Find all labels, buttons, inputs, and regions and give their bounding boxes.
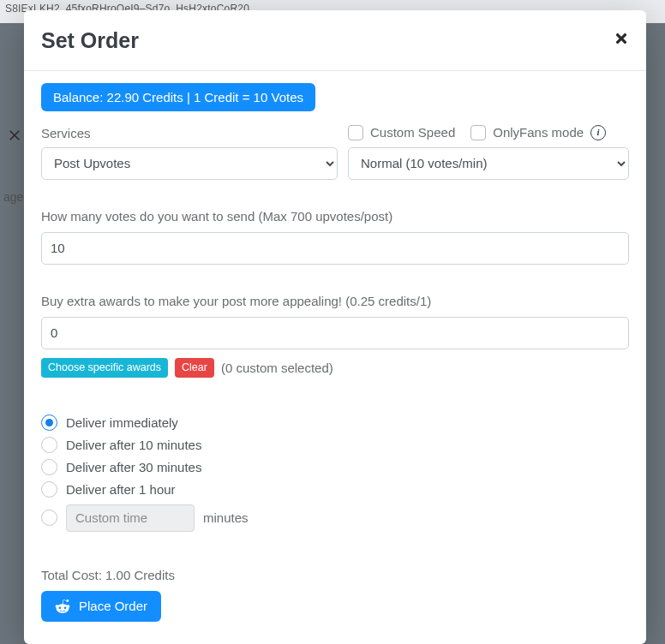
info-icon[interactable]: i bbox=[590, 125, 606, 140]
checkbox-icon bbox=[348, 125, 363, 140]
radio-label: Deliver immediately bbox=[66, 415, 178, 430]
awards-count-input[interactable] bbox=[41, 317, 629, 349]
place-order-label: Place Order bbox=[79, 599, 147, 613]
votes-count-input[interactable] bbox=[41, 232, 629, 265]
custom-selected-count: (0 custom selected) bbox=[221, 361, 333, 375]
deliver-immediately-radio[interactable]: Deliver immediately bbox=[41, 412, 629, 434]
radio-icon bbox=[41, 481, 57, 498]
onlyfans-label: OnlyFans mode bbox=[493, 125, 584, 140]
deliver-30min-radio[interactable]: Deliver after 30 minutes bbox=[41, 456, 629, 479]
deliver-10min-radio[interactable]: Deliver after 10 minutes bbox=[41, 434, 629, 456]
radio-icon bbox=[41, 437, 57, 453]
services-select[interactable]: Post Upvotes bbox=[41, 147, 338, 180]
speed-select[interactable]: Normal (10 votes/min) bbox=[348, 147, 629, 180]
choose-specific-awards-button[interactable]: Choose specific awards bbox=[41, 358, 168, 378]
radio-label: Deliver after 30 minutes bbox=[66, 460, 201, 474]
awards-label: Buy extra awards to make your post more … bbox=[41, 294, 629, 308]
deliver-1hour-radio[interactable]: Deliver after 1 hour bbox=[41, 479, 629, 501]
close-button[interactable] bbox=[614, 29, 629, 46]
modal-title: Set Order bbox=[41, 29, 139, 53]
custom-speed-checkbox[interactable]: Custom Speed bbox=[348, 125, 455, 140]
radio-label: Deliver after 10 minutes bbox=[66, 438, 201, 452]
deliver-custom-radio[interactable] bbox=[41, 510, 57, 526]
onlyfans-mode-checkbox[interactable]: OnlyFans mode i bbox=[470, 125, 606, 140]
custom-speed-label: Custom Speed bbox=[370, 125, 455, 140]
votes-count-label: How many votes do you want to send (Max … bbox=[41, 209, 629, 224]
checkbox-icon bbox=[470, 125, 486, 140]
set-order-modal: Set Order Balance: 22.90 Credits | 1 Cre… bbox=[24, 10, 646, 644]
minutes-label: minutes bbox=[203, 510, 249, 525]
custom-time-input[interactable] bbox=[66, 504, 195, 532]
radio-label: Deliver after 1 hour bbox=[66, 482, 176, 497]
radio-icon bbox=[41, 414, 57, 431]
close-icon bbox=[614, 31, 629, 46]
services-label: Services bbox=[41, 126, 338, 140]
reddit-icon bbox=[55, 599, 70, 614]
place-order-button[interactable]: Place Order bbox=[41, 591, 161, 622]
radio-icon bbox=[41, 459, 57, 475]
delivery-time-radio-group: Deliver immediately Deliver after 10 min… bbox=[41, 412, 629, 532]
total-cost: Total Cost: 1.00 Credits bbox=[41, 568, 629, 582]
clear-awards-button[interactable]: Clear bbox=[175, 358, 214, 378]
balance-badge: Balance: 22.90 Credits | 1 Credit = 10 V… bbox=[41, 83, 315, 111]
